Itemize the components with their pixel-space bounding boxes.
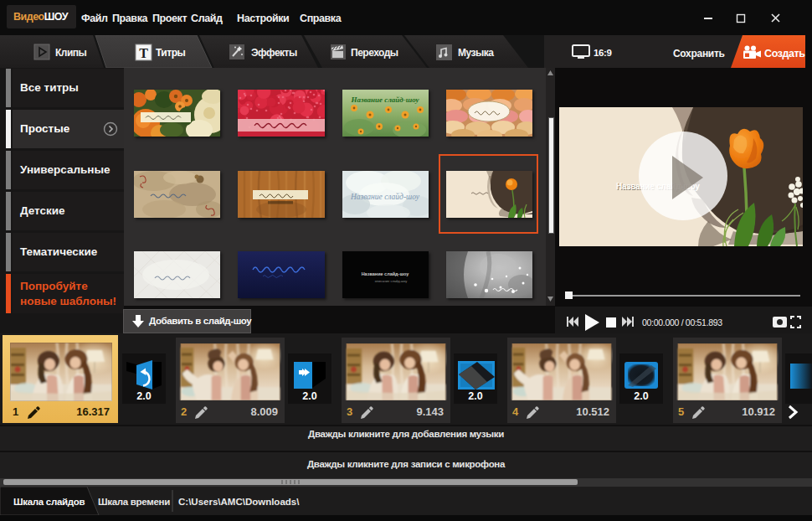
svg-text:T: T (139, 46, 148, 60)
svg-text:16:9: 16:9 (594, 48, 611, 58)
svg-text:Музыка: Музыка (458, 47, 494, 59)
svg-text:Титры: Титры (156, 47, 185, 59)
svg-text:Эффекты: Эффекты (251, 47, 297, 59)
svg-text:Название слайд-шоу: Название слайд-шоу (362, 271, 410, 276)
svg-text:Название слайд-шоу: Название слайд-шоу (350, 193, 420, 201)
svg-text:Шкала времени: Шкала времени (98, 497, 170, 507)
svg-text:описание слайд-шоу: описание слайд-шоу (375, 279, 407, 283)
svg-text:Клипы: Клипы (55, 47, 87, 59)
svg-text:Создать: Создать (764, 48, 805, 59)
svg-text:00:00.000 / 00:51.893: 00:00.000 / 00:51.893 (642, 317, 722, 328)
svg-text:Сохранить: Сохранить (673, 48, 725, 59)
svg-text:Название слайд-шоу: Название слайд-шоу (350, 95, 419, 104)
svg-text:Переходы: Переходы (351, 47, 398, 59)
svg-text:Шкала слайдов: Шкала слайдов (13, 497, 85, 507)
svg-text:C:\Users\AMC\Downloads\: C:\Users\AMC\Downloads\ (178, 497, 300, 507)
